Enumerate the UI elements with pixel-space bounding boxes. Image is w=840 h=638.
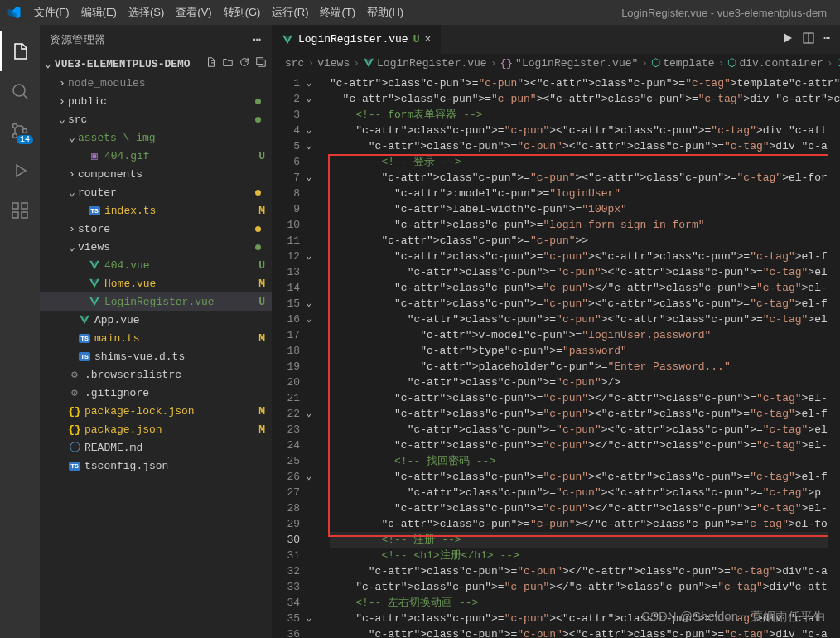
sidebar-more-icon[interactable]: ⋯ — [253, 31, 262, 48]
search-icon[interactable] — [0, 71, 40, 111]
line-number[interactable]: 18 — [272, 343, 300, 359]
code-line[interactable]: "c-attr">class"c-pun">="c-pun"><"c-attr"… — [330, 138, 840, 154]
tree-item[interactable]: Home.vueM — [40, 274, 272, 292]
line-number[interactable]: 20 — [272, 375, 300, 390]
tree-item[interactable]: LoginRegister.vueU — [40, 292, 272, 311]
menu-item[interactable]: 编辑(E) — [75, 6, 123, 18]
menu-item[interactable]: 帮助(H) — [361, 6, 409, 18]
line-number[interactable]: 33 — [272, 579, 300, 595]
line-number[interactable]: 34 — [272, 595, 300, 611]
tree-item[interactable]: 404.vueU — [40, 256, 272, 274]
sidebar-section[interactable]: ⌄ VUE3-ELEMENTPLUS-DEMO — [40, 54, 272, 74]
code-line[interactable]: <!-- form表单容器 --> — [330, 107, 840, 123]
line-number[interactable]: 6 — [272, 154, 300, 170]
code-line[interactable]: "c-attr">class"c-pun">="c-pun"><"c-attr"… — [330, 264, 840, 280]
tree-item[interactable]: {}package-lock.jsonM — [40, 402, 272, 420]
line-number[interactable]: 12⌄ — [272, 249, 300, 264]
tree-item[interactable]: ⚙.browserslistrc — [40, 365, 272, 384]
close-icon[interactable]: × — [424, 33, 431, 46]
tree-item[interactable]: ⌄views — [40, 238, 272, 256]
menu-item[interactable]: 查看(V) — [170, 6, 217, 18]
code-line[interactable]: "c-attr">label-width"c-pun">="100px" — [330, 201, 840, 217]
line-number[interactable]: 4⌄ — [272, 123, 300, 138]
code-line[interactable]: "c-attr">class"c-pun">="c-pun"><"c-attr"… — [330, 123, 840, 138]
menu-item[interactable]: 终端(T) — [314, 6, 361, 18]
tree-item[interactable]: {}package.jsonM — [40, 420, 272, 438]
tree-item[interactable]: ›components — [40, 165, 272, 183]
tree-item[interactable]: ›node_modules — [40, 74, 272, 92]
code-line[interactable]: "c-attr">class"c-pun">="c-pun">> — [330, 233, 840, 249]
line-number[interactable]: 30 — [272, 532, 300, 548]
code-line[interactable]: "c-attr">class"c-pun">="c-pun"><"c-attr"… — [330, 170, 840, 186]
code-line[interactable]: <!-- 注册 --> — [330, 532, 840, 548]
line-number[interactable]: 21 — [272, 390, 300, 406]
line-number[interactable]: 8 — [272, 186, 300, 201]
tree-item[interactable]: TSshims-vue.d.ts — [40, 347, 272, 365]
line-number[interactable]: 31 — [272, 548, 300, 563]
line-number[interactable]: 32 — [272, 563, 300, 579]
code-line[interactable]: <!-- 左右切换动画 --> — [330, 595, 840, 611]
source-control-icon[interactable]: 14 — [0, 111, 40, 151]
code-line[interactable]: "c-attr">v-model"c-pun">="loginUser.pass… — [330, 327, 840, 343]
line-number[interactable]: 24 — [272, 437, 300, 453]
new-file-icon[interactable] — [205, 56, 217, 71]
code-line[interactable]: "c-attr">class"c-pun">="c-pun">/> — [330, 375, 840, 390]
tree-item[interactable]: TSmain.tsM — [40, 329, 272, 347]
code-line[interactable]: "c-attr">class"c-pun">="c-pun"><"c-attr"… — [330, 249, 840, 264]
code-line[interactable]: <!-- <h1>注册</h1> --> — [330, 548, 840, 563]
collapse-icon[interactable] — [255, 56, 267, 71]
tree-item[interactable]: ⌄src — [40, 110, 272, 128]
line-number[interactable]: 10 — [272, 217, 300, 233]
line-number[interactable]: 5⌄ — [272, 138, 300, 154]
breadcrumb-item[interactable]: ⬡template — [651, 56, 714, 70]
breadcrumb-item[interactable]: {}"LoginRegister.vue" — [500, 57, 638, 70]
code-line[interactable]: "c-attr">class"c-pun">="c-pun"><"c-attr"… — [330, 75, 840, 91]
code-line[interactable]: "c-attr">class"c-pun">="c-pun"><"c-attr"… — [330, 611, 840, 626]
tree-item[interactable]: TSindex.tsM — [40, 201, 272, 220]
code-line[interactable]: "c-attr">class"c-pun">="c-pun"><"c-attr"… — [330, 485, 840, 500]
code-line[interactable]: "c-attr">class"c-pun">="c-pun"><"c-attr"… — [330, 422, 840, 437]
code-line[interactable]: "c-attr">class"c-pun">="c-pun"><"c-attr"… — [330, 626, 840, 638]
tree-item[interactable]: ›public — [40, 92, 272, 110]
breadcrumb-item[interactable]: ⬡div.container — [727, 56, 823, 70]
tree-item[interactable]: ▣404.gifU — [40, 147, 272, 165]
code-line[interactable]: "c-attr">class"c-pun">="c-pun"><"c-attr"… — [330, 91, 840, 107]
tree-item[interactable]: ⌄router — [40, 183, 272, 201]
line-number[interactable]: 23 — [272, 422, 300, 437]
menu-item[interactable]: 选择(S) — [123, 6, 170, 18]
new-folder-icon[interactable] — [222, 56, 234, 71]
explorer-icon[interactable] — [0, 31, 40, 71]
line-number[interactable]: 14 — [272, 280, 300, 296]
code-line[interactable]: "c-attr">class"c-pun">="c-pun"><"c-attr"… — [330, 312, 840, 327]
menu-item[interactable]: 运行(R) — [266, 6, 314, 18]
breadcrumb-item[interactable]: views — [317, 57, 350, 70]
breadcrumb-item[interactable]: LoginRegister.vue — [363, 57, 487, 70]
line-number[interactable]: 26⌄ — [272, 469, 300, 485]
tree-item[interactable]: ⌄assets \ img — [40, 128, 272, 147]
code-line[interactable]: "c-attr">class"c-pun">="c-pun"></"c-attr… — [330, 500, 840, 516]
line-number[interactable]: 25 — [272, 453, 300, 469]
debug-icon[interactable] — [0, 151, 40, 191]
code-line[interactable]: "c-attr">placeholder"c-pun">="Enter Pass… — [330, 359, 840, 375]
line-number[interactable]: 27 — [272, 485, 300, 500]
line-number[interactable]: 9 — [272, 201, 300, 217]
line-number[interactable]: 28 — [272, 500, 300, 516]
line-number[interactable]: 11 — [272, 233, 300, 249]
line-number[interactable]: 29 — [272, 516, 300, 532]
line-number[interactable]: 22⌄ — [272, 406, 300, 422]
code-line[interactable]: "c-attr">type"c-pun">="password" — [330, 343, 840, 359]
menu-item[interactable]: 文件(F) — [28, 6, 75, 18]
code-line[interactable]: "c-attr">class"c-pun">="c-pun"></"c-attr… — [330, 390, 840, 406]
tab-loginregister[interactable]: LoginRegister.vue U × — [272, 25, 441, 54]
breadcrumb-item[interactable]: src — [285, 57, 304, 70]
tree-item[interactable]: ⚙.gitignore — [40, 384, 272, 402]
line-number[interactable]: 3 — [272, 107, 300, 123]
run-icon[interactable] — [780, 31, 794, 48]
line-number[interactable]: 35⌄ — [272, 611, 300, 626]
line-number[interactable]: 16⌄ — [272, 312, 300, 327]
split-icon[interactable] — [802, 31, 815, 48]
code-line[interactable]: "c-attr">class"c-pun">="c-pun"></"c-attr… — [330, 579, 840, 595]
refresh-icon[interactable] — [239, 56, 250, 71]
line-number[interactable]: 36 — [272, 626, 300, 638]
extensions-icon[interactable] — [0, 191, 40, 230]
